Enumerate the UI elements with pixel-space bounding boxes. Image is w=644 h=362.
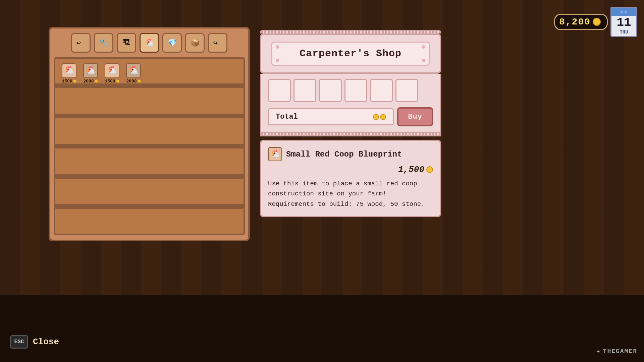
close-label: Close [33, 337, 59, 347]
tab-tools[interactable]: 🔧 [94, 33, 113, 53]
shelf-area: 🐔 1500 🐔 2000 🐔 1500 🐔 2000 [54, 57, 245, 235]
bg-floor [0, 295, 644, 362]
cart-total-label: Total [268, 108, 394, 125]
cart-area: Total Buy [260, 74, 441, 133]
watermark-icon: ✦ [596, 347, 600, 355]
gems-icon: 💎 [168, 39, 177, 48]
small-coin-2 [95, 79, 98, 83]
cart-slot-6[interactable] [395, 79, 418, 102]
item-3-price: 1500 [105, 79, 119, 84]
item-1-price: 1500 [62, 79, 76, 84]
title-dot-bl [276, 59, 279, 62]
close-bar: ESC Close [10, 335, 59, 349]
right-panel: Carpenter's Shop Total Buy [260, 30, 441, 217]
currency-display: 8,200 [554, 14, 608, 30]
tab-storage[interactable]: 📦 [185, 33, 205, 53]
calendar-box: 11 THU [610, 7, 637, 37]
tab-back[interactable]: ↩□ [71, 33, 91, 53]
watermark: ✦ THEGAMER [596, 347, 637, 355]
item-detail-price: 1,500 [398, 165, 424, 175]
item-4-price: 2000 [126, 79, 141, 84]
title-dot-tl [276, 45, 279, 49]
back-icon: ↩□ [76, 39, 85, 48]
shop-title-text: Carpenter's Shop [300, 48, 401, 59]
cart-slot-4[interactable] [344, 79, 367, 102]
shop-item-1[interactable]: 🐔 1500 [62, 63, 76, 84]
cart-slot-5[interactable] [370, 79, 393, 102]
small-coin-4 [138, 79, 141, 83]
tools-icon: 🔧 [99, 39, 108, 48]
item-2-icon: 🐔 [83, 63, 98, 78]
title-dot-br [422, 59, 425, 62]
esc-key[interactable]: ESC [10, 335, 28, 349]
cart-slot-1[interactable] [268, 79, 291, 102]
shelf-row-3 [55, 119, 244, 148]
item-4-icon: 🐔 [126, 63, 141, 78]
coin-icon [593, 18, 601, 26]
item-3-icon: 🐔 [105, 63, 119, 78]
coops-icon: 🐔 [145, 39, 154, 48]
cart-coin-1 [373, 114, 379, 120]
calendar-day-number: 11 [616, 17, 631, 29]
item-detail-header: 🐔 Small Red Coop Blueprint [268, 147, 433, 161]
cart-slot-3[interactable] [319, 79, 342, 102]
currency-hud: 8,200 11 THU [554, 7, 637, 37]
forward-icon: ↪□ [213, 39, 222, 48]
item-detail-icon: 🐔 [268, 147, 282, 161]
cart-slot-2[interactable] [293, 79, 316, 102]
calendar-day-name: THU [620, 29, 628, 35]
cart-coins-display [373, 114, 386, 120]
item-detail-price-row: 1,500 [268, 165, 433, 175]
squiggle-border-top [260, 30, 441, 34]
watermark-text: THEGAMER [603, 348, 637, 355]
cart-slots [268, 79, 433, 102]
tab-forward[interactable]: ↪□ [208, 33, 227, 53]
shop-item-3[interactable]: 🐔 1500 [105, 63, 119, 84]
shelf-row-1: 🐔 1500 🐔 2000 🐔 1500 🐔 2000 [55, 59, 244, 88]
title-dot-tr [422, 45, 425, 49]
item-detail-name: Small Red Coop Blueprint [286, 150, 402, 159]
cart-total-row: Total Buy [268, 107, 433, 126]
tab-row: ↩□ 🔧 🏗 🐔 💎 📦 ↪□ [50, 28, 248, 56]
buy-button[interactable]: Buy [397, 107, 433, 126]
builds-icon: 🏗 [123, 39, 130, 48]
small-coin-1 [73, 79, 76, 83]
shop-item-4[interactable]: 🐔 2000 [126, 63, 141, 84]
shelf-row-6 [55, 209, 244, 235]
calendar-header [611, 8, 636, 16]
tab-coops[interactable]: 🐔 [140, 33, 159, 53]
calendar-dot-left [621, 11, 623, 13]
shop-item-2[interactable]: 🐔 2000 [83, 63, 98, 84]
shelf-row-4 [55, 149, 244, 179]
tab-builds[interactable]: 🏗 [117, 33, 136, 53]
item-2-price: 2000 [83, 79, 98, 84]
shop-window: ↩□ 🔧 🏗 🐔 💎 📦 ↪□ 🐔 1500 [49, 27, 250, 241]
item-detail-description: Use this item to place a small red coop … [268, 179, 433, 209]
small-coin-3 [116, 79, 119, 83]
currency-amount: 8,200 [559, 17, 591, 27]
item-detail-panel: 🐔 Small Red Coop Blueprint 1,500 Use thi… [260, 140, 441, 217]
squiggle-border-bottom [260, 133, 441, 136]
tab-gems[interactable]: 💎 [162, 33, 182, 53]
shop-title-panel: Carpenter's Shop [260, 34, 441, 74]
shop-title-inner: Carpenter's Shop [271, 42, 430, 66]
item-detail-coin-icon [426, 166, 433, 173]
storage-icon: 📦 [191, 39, 200, 48]
calendar-dot-right [625, 11, 627, 13]
cart-coin-2 [380, 114, 386, 120]
shelf-row-2 [55, 89, 244, 118]
shelf-row-5 [55, 179, 244, 209]
total-text: Total [276, 113, 298, 121]
item-1-icon: 🐔 [62, 63, 76, 78]
